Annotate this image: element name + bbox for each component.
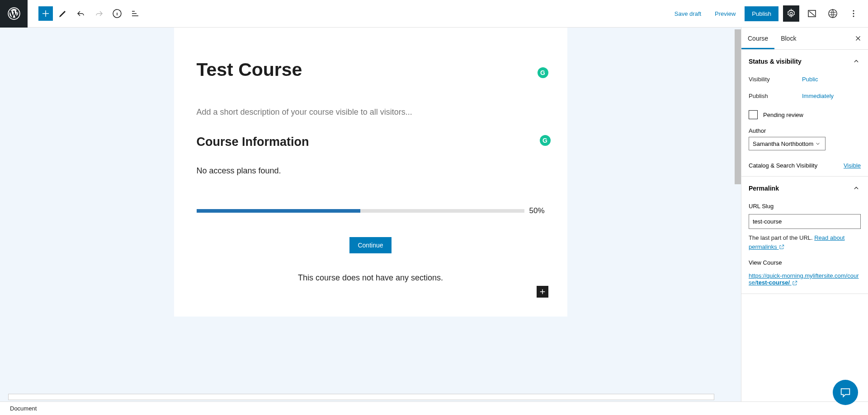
panel-title: Status & visibility (749, 58, 802, 65)
pending-review-checkbox[interactable] (749, 110, 758, 119)
undo-icon (75, 8, 86, 19)
panel-header-status[interactable]: Status & visibility (749, 57, 861, 66)
pencil-icon (57, 8, 68, 19)
wordpress-logo[interactable] (0, 0, 28, 28)
external-link-icon (792, 280, 798, 286)
sidebar-tabs: Course Block (741, 28, 868, 50)
continue-button[interactable]: Continue (349, 237, 391, 253)
editor-canvas[interactable]: G G Test Course Add a short description … (174, 28, 567, 317)
chevron-up-icon (852, 184, 861, 193)
lifter-icon (807, 8, 817, 19)
gear-icon (786, 9, 796, 19)
course-title-input[interactable]: Test Course (197, 59, 545, 80)
progress-bar (197, 209, 525, 213)
course-info-heading: Course Information (197, 135, 545, 149)
toolbar-right: Save draft Preview Publish (670, 5, 868, 22)
plus-icon (538, 288, 547, 296)
outline-button[interactable] (127, 5, 143, 22)
no-access-plans-text: No access plans found. (197, 166, 545, 176)
progress-row: 50% (197, 206, 545, 215)
add-block-button[interactable] (38, 6, 53, 21)
panel-permalink: Permalink URL Slug The last part of the … (741, 177, 868, 294)
editor-footer: Document (0, 401, 868, 415)
lifter-button[interactable] (804, 5, 820, 22)
view-course-label: View Course (749, 259, 861, 266)
author-select-value: Samantha Northbottom (753, 140, 813, 147)
no-sections-text: This course does not have any sections. (197, 273, 545, 283)
author-select[interactable]: Samantha Northbottom (749, 137, 826, 150)
course-description-input[interactable]: Add a short description of your course v… (197, 107, 545, 117)
close-icon (854, 34, 862, 42)
grammarly-icon: G (542, 137, 547, 144)
details-button[interactable] (109, 5, 125, 22)
pending-review-label: Pending review (763, 112, 803, 118)
author-label: Author (749, 127, 861, 134)
svg-point-2 (790, 12, 793, 15)
svg-point-5 (853, 10, 854, 12)
tab-course[interactable]: Course (741, 28, 774, 49)
editor-canvas-wrap: G G Test Course Add a short description … (0, 28, 741, 401)
editor-toolbar: Save draft Preview Publish (0, 0, 868, 28)
course-url-link[interactable]: https://quick-morning.myliftersite.com/c… (749, 272, 861, 286)
grammarly-icon: G (540, 69, 545, 76)
settings-button[interactable] (783, 5, 799, 22)
chevron-up-icon (852, 57, 861, 66)
publish-value-button[interactable]: Immediately (802, 93, 834, 99)
panel-status-visibility: Status & visibility Visibility Public Pu… (741, 50, 868, 177)
plus-icon (40, 8, 51, 19)
chat-icon (839, 386, 852, 399)
kebab-icon (848, 8, 859, 19)
close-sidebar-button[interactable] (853, 33, 863, 44)
toolbar-left (32, 5, 143, 22)
panel-header-permalink[interactable]: Permalink (749, 184, 861, 193)
yoast-button[interactable] (825, 5, 841, 22)
tab-block[interactable]: Block (774, 28, 802, 49)
edit-mode-button[interactable] (55, 5, 71, 22)
panel-title: Permalink (749, 185, 779, 192)
redo-icon (94, 8, 104, 19)
progress-percent-label: 50% (529, 206, 544, 215)
svg-point-6 (853, 13, 854, 14)
visibility-label: Visibility (749, 76, 802, 83)
breadcrumb[interactable]: Document (10, 405, 37, 412)
info-icon (112, 8, 123, 19)
save-draft-link[interactable]: Save draft (670, 8, 706, 20)
more-menu-button[interactable] (845, 5, 862, 22)
undo-button[interactable] (73, 5, 89, 22)
external-link-icon (778, 244, 785, 250)
globe-icon (828, 9, 838, 19)
grammarly-badge[interactable]: G (538, 67, 548, 78)
svg-point-7 (853, 16, 854, 17)
url-slug-input[interactable] (749, 214, 861, 229)
permalink-help-text: The last part of the URL. Read about per… (749, 233, 861, 251)
scrollbar-thumb[interactable] (735, 29, 741, 184)
add-section-button[interactable] (537, 286, 548, 298)
catalog-visibility-link[interactable]: Visible (844, 162, 861, 169)
wordpress-icon (8, 7, 20, 20)
progress-fill (197, 209, 361, 213)
list-icon (130, 8, 141, 19)
redo-button[interactable] (91, 5, 107, 22)
settings-sidebar: Course Block Status & visibility Visibil… (741, 28, 868, 401)
catalog-visibility-label: Catalog & Search Visibility (749, 162, 817, 169)
url-slug-label: URL Slug (749, 203, 861, 210)
preview-link[interactable]: Preview (710, 8, 740, 20)
help-bubble-button[interactable] (833, 380, 858, 405)
svg-point-4 (829, 9, 837, 18)
publish-button[interactable]: Publish (745, 6, 778, 21)
grammarly-badge[interactable]: G (540, 135, 551, 146)
horizontal-scrollbar[interactable] (8, 394, 714, 400)
chevron-down-icon (814, 140, 821, 147)
visibility-value-button[interactable]: Public (802, 76, 818, 83)
publish-label: Publish (749, 93, 802, 99)
